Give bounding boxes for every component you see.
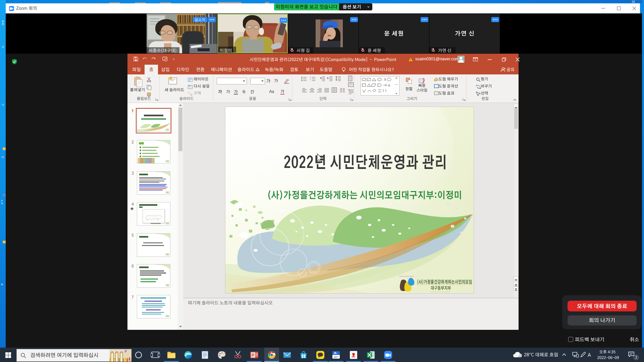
svg-text:P: P [252, 353, 254, 358]
